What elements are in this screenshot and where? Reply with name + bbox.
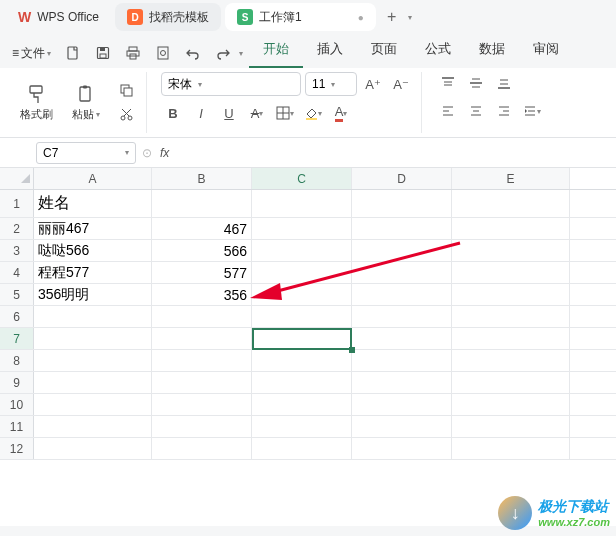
cell[interactable]	[34, 350, 152, 371]
cell[interactable]	[352, 416, 452, 437]
cell-B4[interactable]: 577	[152, 262, 252, 283]
align-top-button[interactable]	[436, 72, 460, 94]
name-box[interactable]: C7 ▾	[36, 142, 136, 164]
cell[interactable]	[252, 394, 352, 415]
align-left-button[interactable]	[436, 100, 460, 122]
paste-button[interactable]: 粘贴▾	[64, 75, 108, 131]
new-tab-button[interactable]: +	[380, 8, 404, 26]
cell-D2[interactable]	[352, 218, 452, 239]
cell-A3[interactable]: 哒哒566	[34, 240, 152, 261]
col-header-D[interactable]: D	[352, 168, 452, 189]
cell-A5[interactable]: 356明明	[34, 284, 152, 305]
cell[interactable]	[352, 394, 452, 415]
cell-D7[interactable]	[352, 328, 452, 349]
cell-E1[interactable]	[452, 190, 570, 217]
cell[interactable]	[252, 416, 352, 437]
align-bottom-button[interactable]	[492, 72, 516, 94]
menu-data[interactable]: 数据	[465, 34, 519, 68]
menu-page[interactable]: 页面	[357, 34, 411, 68]
col-header-B[interactable]: B	[152, 168, 252, 189]
shrink-font-button[interactable]: A⁻	[389, 73, 413, 95]
copy-button[interactable]	[114, 80, 138, 102]
italic-button[interactable]: I	[189, 102, 213, 124]
fill-handle[interactable]	[349, 347, 355, 353]
cell-C1[interactable]	[252, 190, 352, 217]
cell[interactable]	[352, 350, 452, 371]
cell[interactable]	[352, 438, 452, 459]
cell-B2[interactable]: 467	[152, 218, 252, 239]
row-header-12[interactable]: 12	[0, 438, 34, 459]
cell-C4[interactable]	[252, 262, 352, 283]
cell[interactable]	[352, 372, 452, 393]
underline-button[interactable]: U	[217, 102, 241, 124]
cell-D1[interactable]	[352, 190, 452, 217]
quickbar-overflow-icon[interactable]: ▾	[239, 49, 243, 58]
cell[interactable]	[452, 350, 570, 371]
cell[interactable]	[152, 438, 252, 459]
col-header-C[interactable]: C	[252, 168, 352, 189]
cell-D4[interactable]	[352, 262, 452, 283]
format-painter-button[interactable]: 格式刷	[14, 75, 58, 131]
align-right-button[interactable]	[492, 100, 516, 122]
strikethrough-button[interactable]: A▾	[245, 102, 269, 124]
print-button[interactable]	[119, 40, 147, 66]
cell-E6[interactable]	[452, 306, 570, 327]
cell-D3[interactable]	[352, 240, 452, 261]
tab-workbook[interactable]: S 工作簿1 ●	[225, 3, 376, 31]
cell[interactable]	[152, 372, 252, 393]
cell[interactable]	[452, 372, 570, 393]
row-header-7[interactable]: 7	[0, 328, 34, 349]
row-header-6[interactable]: 6	[0, 306, 34, 327]
cancel-formula-icon[interactable]: ⊙	[142, 146, 152, 160]
cell-C6[interactable]	[252, 306, 352, 327]
align-middle-button[interactable]	[464, 72, 488, 94]
cell[interactable]	[34, 416, 152, 437]
cell-C7[interactable]	[252, 328, 352, 349]
cell-A1[interactable]: 姓名	[34, 190, 152, 217]
row-header-4[interactable]: 4	[0, 262, 34, 283]
cell[interactable]	[152, 416, 252, 437]
cell-E4[interactable]	[452, 262, 570, 283]
cell[interactable]	[452, 394, 570, 415]
tab-menu-icon[interactable]: ●	[358, 12, 364, 23]
cell-B7[interactable]	[152, 328, 252, 349]
menu-start[interactable]: 开始	[249, 34, 303, 68]
font-name-select[interactable]: 宋体 ▾	[161, 72, 301, 96]
spreadsheet-grid[interactable]: A B C D E 1 姓名 2 丽丽467 467 3 哒哒566 566	[0, 168, 616, 526]
fill-color-button[interactable]: ▾	[301, 102, 325, 124]
font-size-select[interactable]: 11 ▾	[305, 72, 357, 96]
menu-review[interactable]: 审阅	[519, 34, 573, 68]
row-header-2[interactable]: 2	[0, 218, 34, 239]
file-menu-button[interactable]: ≡ 文件 ▾	[6, 45, 57, 62]
cell-C3[interactable]	[252, 240, 352, 261]
row-header-9[interactable]: 9	[0, 372, 34, 393]
row-header-5[interactable]: 5	[0, 284, 34, 305]
cell[interactable]	[252, 372, 352, 393]
cell-E7[interactable]	[452, 328, 570, 349]
cell-C5[interactable]	[252, 284, 352, 305]
cell-D5[interactable]	[352, 284, 452, 305]
cell[interactable]	[252, 438, 352, 459]
cell[interactable]	[252, 350, 352, 371]
col-header-E[interactable]: E	[452, 168, 570, 189]
undo-button[interactable]	[179, 40, 207, 66]
new-file-button[interactable]	[59, 40, 87, 66]
cell[interactable]	[34, 372, 152, 393]
select-all-corner[interactable]	[0, 168, 34, 189]
fx-icon[interactable]: fx	[160, 146, 169, 160]
cell-B3[interactable]: 566	[152, 240, 252, 261]
print-preview-button[interactable]	[149, 40, 177, 66]
cell-E2[interactable]	[452, 218, 570, 239]
row-header-10[interactable]: 10	[0, 394, 34, 415]
cell[interactable]	[452, 438, 570, 459]
tab-wps-home[interactable]: W WPS Office	[6, 3, 111, 31]
cell[interactable]	[152, 350, 252, 371]
tab-overflow-icon[interactable]: ▾	[408, 13, 412, 22]
tab-template[interactable]: D 找稻壳模板	[115, 3, 221, 31]
cell[interactable]	[34, 394, 152, 415]
cell[interactable]	[152, 394, 252, 415]
cell-B6[interactable]	[152, 306, 252, 327]
indent-button[interactable]: ▾	[520, 100, 544, 122]
row-header-8[interactable]: 8	[0, 350, 34, 371]
cell-A7[interactable]	[34, 328, 152, 349]
